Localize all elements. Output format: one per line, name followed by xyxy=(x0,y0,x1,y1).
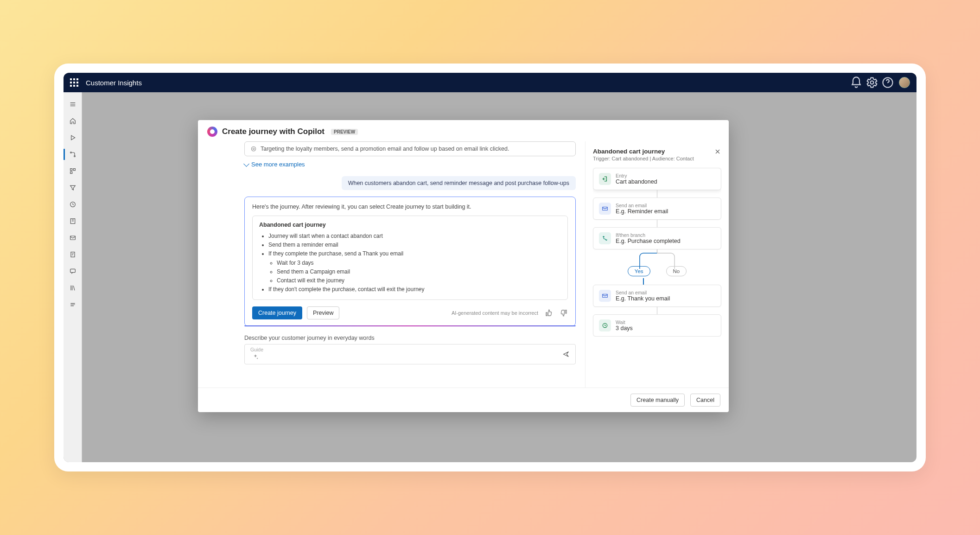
preview-badge: PREVIEW xyxy=(331,129,358,135)
flow-node-email[interactable]: Send an email E.g. Reminder email xyxy=(593,197,721,220)
node-value: E.g. Thank you email xyxy=(616,295,670,302)
sidebar-email-icon[interactable] xyxy=(64,229,82,246)
svg-point-3 xyxy=(74,156,75,157)
branch-connector xyxy=(593,249,721,269)
branch-icon xyxy=(599,232,611,244)
node-label: Send an email xyxy=(616,203,668,208)
create-manually-button[interactable]: Create manually xyxy=(630,394,685,407)
summary-list: Journey will start when a contact abando… xyxy=(259,232,561,294)
entry-icon xyxy=(599,173,611,185)
sidebar-segments-icon[interactable] xyxy=(64,163,82,179)
summary-item: If they complete the purchase, send a Th… xyxy=(268,249,561,285)
user-prompt-bubble: When customers abandon cart, send remind… xyxy=(342,176,576,190)
journey-preview-pane: Abandoned cart journey Trigger: Cart aba… xyxy=(585,141,729,388)
summary-item: If they don't complete the purchase, con… xyxy=(268,285,561,294)
settings-icon[interactable] xyxy=(865,76,878,89)
copilot-logo-icon xyxy=(207,127,217,137)
user-avatar[interactable] xyxy=(899,77,910,88)
sidebar-history-icon[interactable] xyxy=(64,196,82,213)
create-journey-button[interactable]: Create journey xyxy=(252,306,302,319)
sidebar-filter-icon[interactable] xyxy=(64,179,82,196)
help-icon[interactable] xyxy=(881,76,894,89)
modal-body: Targeting the loyalty members, send a pr… xyxy=(198,141,729,388)
flow-node-entry[interactable]: Entry Cart abandoned xyxy=(593,168,721,190)
thumbs-down-icon[interactable] xyxy=(560,309,568,317)
content-area: Create journey with Copilot PREVIEW Targ… xyxy=(82,92,916,462)
see-more-label: See more examples xyxy=(251,161,305,168)
send-icon[interactable] xyxy=(562,350,570,358)
notifications-icon[interactable] xyxy=(850,76,863,89)
preview-subtitle: Trigger: Cart abandoned | Audience: Cont… xyxy=(593,156,694,161)
prompt-input[interactable]: Guide xyxy=(244,344,576,364)
target-icon xyxy=(250,146,257,152)
ai-actions-row: Create journey Preview AI-generated cont… xyxy=(252,306,568,319)
svg-point-0 xyxy=(871,81,874,84)
flow-node-email[interactable]: Send an email E.g. Thank you email xyxy=(593,285,721,307)
sidebar-settings-icon[interactable] xyxy=(64,296,82,313)
summary-title: Abandoned cart journey xyxy=(259,222,561,228)
guide-hint: Guide xyxy=(250,347,263,352)
connector xyxy=(643,278,644,285)
outer-frame: Customer Insights xyxy=(54,64,926,471)
example-suggestion[interactable]: Targeting the loyalty members, send a pr… xyxy=(244,141,576,156)
body: Create journey with Copilot PREVIEW Targ… xyxy=(64,92,916,462)
journey-flow: Entry Cart abandoned Send an email xyxy=(593,168,721,337)
sidebar-play-icon[interactable] xyxy=(64,129,82,146)
flow-node-branch[interactable]: If/then branch E.g. Purchase completed xyxy=(593,227,721,249)
prompt-input-label: Describe your customer journey in everyd… xyxy=(244,335,576,341)
summary-item: Send them a reminder email xyxy=(268,241,561,249)
connector xyxy=(657,220,658,227)
node-value: Cart abandoned xyxy=(616,178,657,185)
node-label: Wait xyxy=(616,319,633,325)
svg-rect-5 xyxy=(73,169,75,171)
sidebar xyxy=(64,92,82,462)
copilot-chat-pane: Targeting the loyalty members, send a pr… xyxy=(198,141,585,388)
sidebar-library-icon[interactable] xyxy=(64,280,82,296)
sidebar-form-icon[interactable] xyxy=(64,246,82,263)
sidebar-journey-icon[interactable] xyxy=(64,146,82,163)
summary-subitem: Wait for 3 days xyxy=(277,259,561,268)
prompt-input-area: Describe your customer journey in everyd… xyxy=(244,335,576,364)
see-more-examples-link[interactable]: See more examples xyxy=(244,161,576,168)
svg-rect-6 xyxy=(70,172,72,173)
node-value: E.g. Reminder email xyxy=(616,208,668,215)
ai-response-card: Here's the journey. After reviewing it, … xyxy=(244,197,576,326)
thumbs-up-icon[interactable] xyxy=(545,309,553,317)
node-label: Entry xyxy=(616,173,657,178)
app-title: Customer Insights xyxy=(86,79,142,87)
svg-rect-10 xyxy=(71,252,75,257)
sparkle-icon xyxy=(252,354,259,360)
modal-footer: Create manually Cancel xyxy=(198,388,729,412)
sidebar-sms-icon[interactable] xyxy=(64,263,82,280)
app-window: Customer Insights xyxy=(64,73,916,462)
modal-title: Create journey with Copilot xyxy=(222,127,325,136)
email-icon xyxy=(599,290,611,302)
node-label: Send an email xyxy=(616,290,670,295)
preview-button[interactable]: Preview xyxy=(307,306,339,319)
summary-item-text: If they complete the purchase, send a Th… xyxy=(268,250,403,257)
app-launcher-icon[interactable] xyxy=(70,78,78,87)
ai-disclaimer: AI-generated content may be incorrect xyxy=(452,310,538,316)
ai-intro-text: Here's the journey. After reviewing it, … xyxy=(252,204,568,210)
preview-header: Abandoned cart journey Trigger: Cart aba… xyxy=(593,148,721,161)
example-text: Targeting the loyalty members, send a pr… xyxy=(261,146,509,152)
summary-subitem: Contact will exit the journey xyxy=(277,276,561,285)
connector xyxy=(657,190,658,197)
modal-header: Create journey with Copilot PREVIEW xyxy=(198,120,729,141)
node-value: 3 days xyxy=(616,325,633,331)
connector xyxy=(657,307,658,314)
summary-item: Journey will start when a contact abando… xyxy=(268,232,561,241)
svg-point-12 xyxy=(251,146,255,151)
create-journey-modal: Create journey with Copilot PREVIEW Targ… xyxy=(198,120,729,412)
svg-rect-11 xyxy=(70,269,75,272)
sidebar-home-icon[interactable] xyxy=(64,113,82,129)
sidebar-template-icon[interactable] xyxy=(64,213,82,229)
svg-point-2 xyxy=(70,152,71,153)
sidebar-menu-icon[interactable] xyxy=(64,96,82,113)
flow-node-wait[interactable]: Wait 3 days xyxy=(593,314,721,337)
close-icon[interactable] xyxy=(714,148,721,155)
cancel-button[interactable]: Cancel xyxy=(690,394,720,407)
email-icon xyxy=(599,203,611,215)
wait-icon xyxy=(599,319,611,331)
svg-point-13 xyxy=(253,148,255,150)
